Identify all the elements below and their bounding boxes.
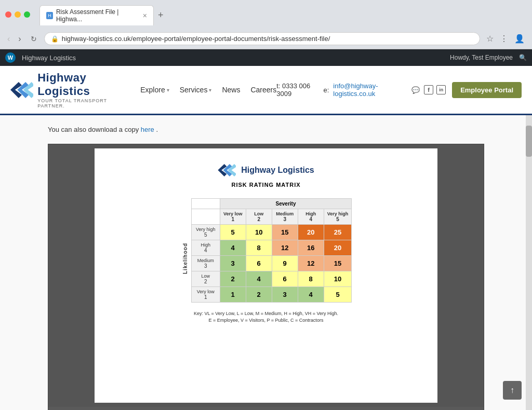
close-window-button[interactable] bbox=[5, 11, 11, 18]
chevron-down-icon: ▾ bbox=[209, 87, 211, 93]
social-icons: 💬 f in bbox=[410, 85, 446, 95]
cell-1-3: 3 bbox=[272, 287, 298, 303]
whatsapp-icon[interactable]: 💬 bbox=[410, 85, 421, 95]
cell-2-1: 2 bbox=[220, 271, 246, 287]
cell-5-1: 5 bbox=[220, 225, 246, 240]
linkedin-icon[interactable]: in bbox=[436, 85, 446, 94]
cell-2-4: 8 bbox=[298, 271, 324, 287]
row-header-5: Very high5 bbox=[191, 225, 220, 240]
facebook-icon[interactable]: f bbox=[424, 85, 433, 94]
logo-text-area: Highway Logistics YOUR TOTAL TRANSPORT P… bbox=[37, 71, 130, 108]
back-button[interactable]: ‹ bbox=[5, 33, 12, 45]
phone-number: t: 0333 006 3009 bbox=[276, 82, 319, 98]
row-header-2: Low2 bbox=[191, 271, 220, 287]
cell-3-4: 12 bbox=[298, 256, 324, 271]
tab-bar: H Risk Assessment File | Highwa... × + bbox=[34, 5, 173, 25]
browser-actions: ☆ ⋮ 👤 bbox=[484, 32, 527, 46]
scrollbar[interactable] bbox=[526, 115, 532, 410]
cell-2-5: 10 bbox=[324, 271, 352, 287]
main-content: You can also download a copy here . High… bbox=[0, 115, 532, 410]
browser-chrome: H Risk Assessment File | Highwa... × + ‹… bbox=[0, 0, 532, 49]
doc-key: Key: VL = Very Low, L = Low, M = Medium,… bbox=[194, 311, 338, 324]
logo-company-name: Highway Logistics bbox=[37, 71, 130, 98]
key-line-1: Key: VL = Very Low, L = Low, M = Medium,… bbox=[194, 311, 338, 316]
cell-4-3: 12 bbox=[272, 240, 298, 256]
download-notice: You can also download a copy here . bbox=[48, 126, 484, 133]
likelihood-label: Likelihood bbox=[180, 243, 190, 274]
profile-button[interactable]: 👤 bbox=[512, 32, 527, 46]
active-tab[interactable]: H Risk Assessment File | Highwa... × bbox=[39, 5, 154, 25]
cell-1-1: 1 bbox=[220, 287, 246, 303]
cell-5-3: 15 bbox=[272, 225, 298, 240]
browser-menu-button[interactable]: ⋮ bbox=[498, 32, 510, 46]
col-header-5: Very high5 bbox=[324, 209, 352, 225]
howdy-text: Howdy, Test Employee bbox=[450, 54, 513, 61]
url-bar[interactable]: 🔒 highway-logistics.co.uk/employee-porta… bbox=[44, 32, 480, 45]
severity-header: Severity bbox=[220, 199, 352, 209]
col-header-3: Medium3 bbox=[272, 209, 298, 225]
lock-icon: 🔒 bbox=[51, 35, 59, 43]
cell-4-1: 4 bbox=[220, 240, 246, 256]
table-row: Very high5 5 10 15 20 25 bbox=[191, 225, 352, 240]
cell-2-3: 6 bbox=[272, 271, 298, 287]
nav-item-services[interactable]: Services ▾ bbox=[180, 86, 212, 94]
site-header-contact: t: 0333 006 3009 e: info@highway-logisti… bbox=[276, 82, 446, 98]
tab-favicon: H bbox=[46, 12, 53, 19]
scrollbar-thumb[interactable] bbox=[526, 126, 532, 157]
address-bar: ‹ › ↻ 🔒 highway-logistics.co.uk/employee… bbox=[0, 29, 532, 49]
row-header-1: Very low1 bbox=[191, 287, 220, 303]
minimize-window-button[interactable] bbox=[15, 11, 21, 18]
wp-admin-bar-right: Howdy, Test Employee 🔍 bbox=[450, 54, 527, 61]
url-text: highway-logistics.co.uk/employee-portal/… bbox=[62, 35, 473, 43]
nav-item-explore[interactable]: Explore ▾ bbox=[140, 86, 169, 94]
email-prefix: e: bbox=[323, 86, 329, 94]
cell-5-2: 10 bbox=[246, 225, 272, 240]
cell-4-5: 20 bbox=[324, 240, 352, 256]
nav-item-news[interactable]: News bbox=[222, 86, 240, 94]
email-link[interactable]: info@highway-logistics.co.uk bbox=[333, 82, 406, 98]
cell-3-2: 6 bbox=[246, 256, 272, 271]
wp-logo[interactable]: W bbox=[5, 52, 16, 63]
document-viewer: Highway Logistics RISK RATING MATRIX Lik… bbox=[48, 144, 484, 410]
download-link[interactable]: here bbox=[141, 126, 154, 133]
employee-portal-button[interactable]: Employee Portal bbox=[452, 82, 522, 98]
cell-4-2: 8 bbox=[246, 240, 272, 256]
nav-item-careers[interactable]: Careers bbox=[250, 86, 276, 94]
key-line-2: E = Employee, V = Visitors, P = Public, … bbox=[194, 318, 338, 323]
forward-button[interactable]: › bbox=[16, 33, 23, 45]
document-page: Highway Logistics RISK RATING MATRIX Lik… bbox=[95, 148, 437, 403]
col-header-2: Low2 bbox=[246, 209, 272, 225]
cell-1-5: 5 bbox=[324, 287, 352, 303]
site-header: Highway Logistics YOUR TOTAL TRANSPORT P… bbox=[0, 66, 532, 115]
doc-title: RISK RATING MATRIX bbox=[231, 182, 300, 188]
maximize-window-button[interactable] bbox=[24, 11, 30, 18]
scroll-to-top-button[interactable]: ↑ bbox=[503, 381, 522, 400]
tab-close-button[interactable]: × bbox=[143, 12, 147, 19]
cell-5-4: 20 bbox=[298, 225, 324, 240]
col-header-1: Very low1 bbox=[220, 209, 246, 225]
risk-matrix-table: Severity Very low1 Low2 Medium3 High4 Ve… bbox=[191, 198, 352, 303]
doc-logo-chevron-icon bbox=[218, 164, 236, 176]
row-header-4: High4 bbox=[191, 240, 220, 256]
search-icon[interactable]: 🔍 bbox=[519, 54, 527, 61]
cell-5-5: 25 bbox=[324, 225, 352, 240]
content-area: You can also download a copy here . High… bbox=[32, 115, 500, 410]
table-row: Very low1 1 2 3 4 5 bbox=[191, 287, 352, 303]
site-nav: Explore ▾ Services ▾ News Careers bbox=[140, 86, 276, 94]
bookmark-button[interactable]: ☆ bbox=[484, 32, 496, 46]
table-row: Low2 2 4 6 8 10 bbox=[191, 271, 352, 287]
cell-4-4: 16 bbox=[298, 240, 324, 256]
chevron-down-icon: ▾ bbox=[167, 87, 169, 93]
tab-title: Risk Assessment File | Highwa... bbox=[56, 8, 140, 23]
table-row: High4 4 8 12 16 20 bbox=[191, 240, 352, 256]
refresh-button[interactable]: ↻ bbox=[28, 34, 40, 44]
site-logo[interactable]: Highway Logistics YOUR TOTAL TRANSPORT P… bbox=[10, 71, 130, 108]
window-controls bbox=[5, 11, 30, 18]
row-header-3: Medium3 bbox=[191, 256, 220, 271]
wp-admin-bar-left: W Highway Logistics bbox=[5, 52, 76, 63]
wp-site-name[interactable]: Highway Logistics bbox=[22, 54, 76, 62]
table-row: Medium3 3 6 9 12 15 bbox=[191, 256, 352, 271]
cell-1-4: 4 bbox=[298, 287, 324, 303]
new-tab-button[interactable]: + bbox=[154, 7, 168, 23]
logo-graphic: Highway Logistics YOUR TOTAL TRANSPORT P… bbox=[10, 71, 130, 108]
